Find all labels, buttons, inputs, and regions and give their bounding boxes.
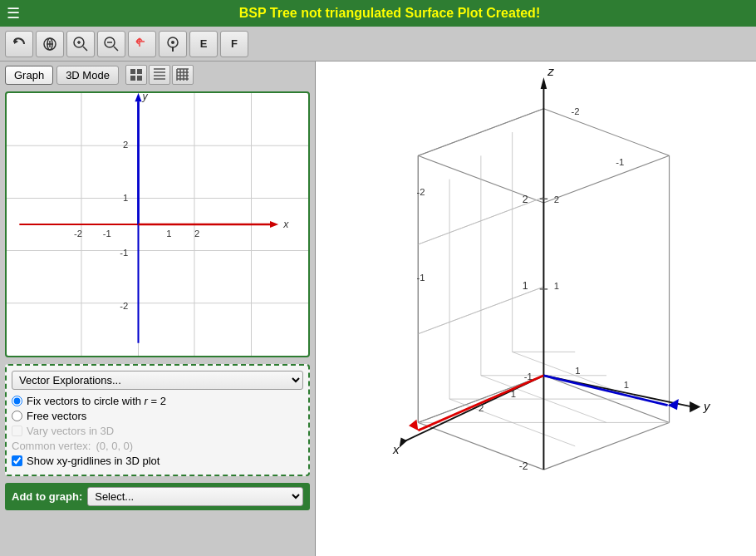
svg-text:2: 2 — [123, 140, 128, 150]
svg-text:-2: -2 — [519, 460, 528, 472]
common-vertex-label: Common vertex: — [12, 440, 91, 452]
free-vectors-radio[interactable] — [12, 411, 22, 421]
grid-icon-1[interactable] — [125, 65, 147, 85]
vary-3d-checkbox[interactable] — [12, 426, 22, 436]
settings-button[interactable] — [159, 31, 187, 57]
f-button[interactable]: F — [220, 31, 248, 57]
svg-marker-86 — [541, 77, 547, 89]
svg-text:1: 1 — [123, 193, 128, 203]
svg-text:-2: -2 — [120, 301, 128, 311]
pan-button[interactable] — [128, 31, 156, 57]
svg-text:-1: -1 — [120, 248, 128, 258]
common-vertex-value: (0, 0, 0) — [96, 440, 133, 452]
tab-3d-mode[interactable]: 3D Mode — [56, 66, 119, 85]
graph-3d-svg: z x y 2 1 -2 1 — [316, 62, 756, 556]
svg-text:x: x — [392, 442, 400, 456]
e-label: E — [200, 37, 208, 50]
svg-marker-89 — [400, 437, 407, 447]
f-label: F — [231, 37, 238, 50]
add-graph-row: Add to graph: Select... — [5, 483, 310, 510]
free-vectors-label: Free vectors — [27, 410, 86, 422]
home-button[interactable] — [36, 31, 64, 57]
svg-text:-1: -1 — [524, 371, 533, 381]
svg-rect-17 — [130, 76, 135, 81]
tab-bar: Graph 3D Mode — [0, 62, 315, 88]
options-panel: Vector Explorations... Fix vectors to ci… — [5, 364, 310, 476]
svg-text:1: 1 — [523, 280, 528, 292]
fix-vectors-row: Fix vectors to circle with r = 2 — [12, 395, 303, 407]
vary-3d-label: Vary vectors in 3D — [27, 425, 114, 437]
svg-rect-16 — [137, 69, 142, 74]
svg-text:-2: -2 — [416, 187, 425, 197]
left-panel: Graph 3D Mode — [0, 62, 316, 556]
svg-line-96 — [543, 376, 667, 406]
show-gridlines-row: Show xy-gridlines in 3D plot — [12, 455, 303, 467]
svg-text:z: z — [547, 64, 554, 78]
svg-text:1: 1 — [575, 366, 580, 376]
add-graph-select[interactable]: Select... — [87, 487, 303, 506]
svg-text:2: 2 — [479, 403, 484, 413]
svg-marker-40 — [270, 221, 278, 228]
add-graph-label: Add to graph: — [12, 490, 82, 503]
fix-vectors-label: Fix vectors to circle with r = 2 — [27, 395, 166, 407]
svg-line-56 — [543, 422, 669, 470]
svg-text:1: 1 — [624, 380, 629, 390]
fix-vectors-radio[interactable] — [12, 396, 22, 406]
svg-rect-15 — [130, 69, 135, 74]
menu-icon[interactable]: ☰ — [7, 4, 20, 22]
common-vertex-row: Common vertex: (0, 0, 0) — [12, 440, 303, 452]
svg-line-8 — [83, 47, 87, 51]
svg-text:x: x — [282, 219, 289, 230]
svg-text:-2: -2 — [572, 106, 580, 116]
show-gridlines-label: Show xy-gridlines in 3D plot — [27, 455, 160, 467]
svg-marker-42 — [135, 93, 141, 101]
svg-text:1: 1 — [166, 229, 171, 239]
svg-text:-1: -1 — [616, 157, 624, 167]
svg-text:2: 2 — [523, 194, 528, 205]
svg-text:1: 1 — [511, 389, 516, 399]
svg-text:2: 2 — [194, 229, 199, 239]
svg-rect-18 — [137, 76, 142, 81]
grid-icon-2[interactable] — [149, 65, 170, 85]
vary-3d-row: Vary vectors in 3D — [12, 425, 303, 437]
show-gridlines-checkbox[interactable] — [12, 455, 22, 466]
free-vectors-row: Free vectors — [12, 410, 303, 422]
svg-text:1: 1 — [554, 281, 559, 291]
grid-icon-3[interactable] — [172, 65, 194, 85]
svg-point-13 — [171, 41, 174, 44]
vector-select-row: Vector Explorations... — [12, 371, 303, 390]
svg-marker-92 — [690, 401, 700, 412]
vector-explorations-select[interactable]: Vector Explorations... — [12, 371, 303, 390]
header-title: BSP Tree not triangulated Surface Plot C… — [30, 6, 749, 21]
toolbar: E F — [0, 27, 756, 62]
svg-line-60 — [543, 155, 669, 203]
main: Graph 3D Mode — [0, 62, 756, 556]
svg-text:-2: -2 — [74, 229, 82, 239]
svg-text:-1: -1 — [103, 229, 111, 239]
svg-line-11 — [114, 47, 118, 51]
svg-text:-1: -1 — [416, 273, 425, 283]
tab-graph[interactable]: Graph — [5, 66, 53, 85]
header: ☰ BSP Tree not triangulated Surface Plot… — [0, 0, 756, 27]
svg-marker-95 — [409, 420, 418, 431]
zoom-in-button[interactable] — [66, 31, 95, 57]
e-button[interactable]: E — [189, 31, 218, 57]
svg-text:y: y — [142, 93, 149, 102]
svg-text:2: 2 — [554, 194, 559, 204]
graph-2d: -2 -1 1 2 1 2 -1 -2 x y — [5, 91, 310, 357]
zoom-out-button[interactable] — [97, 31, 125, 57]
undo-button[interactable] — [5, 31, 33, 57]
svg-line-61 — [543, 109, 669, 156]
right-panel: z x y 2 1 -2 1 — [316, 62, 756, 556]
svg-text:y: y — [703, 399, 711, 413]
svg-line-81 — [418, 109, 543, 156]
